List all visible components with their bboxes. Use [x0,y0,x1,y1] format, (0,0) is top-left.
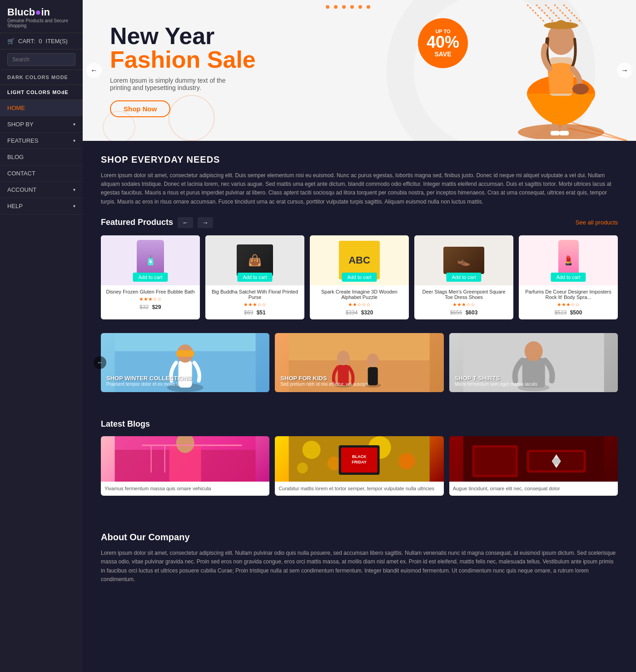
blog-image-1 [101,436,269,482]
see-all-link[interactable]: See all products [576,219,618,226]
sidebar-item-help-label: HELP [7,203,23,209]
products-grid: 🧴 Add to cart Disney Frozen Gluten Free … [101,235,618,319]
blog-text-2: Curabitur mattis lorem et tortor semper,… [278,485,440,492]
svg-point-12 [367,5,370,9]
product-stars-2: ★★★☆☆ [209,302,301,308]
shop-description: Lorem ipsum dolor sit amet, consectetur … [101,171,618,206]
sidebar-item-contact[interactable]: CONTACT [0,165,83,182]
shop-section: SHOP EVERYDAY NEEDS Lorem ipsum dolor si… [83,141,636,419]
dark-mode-button[interactable]: DARK COLORS MODE [0,70,83,85]
chevron-down-icon: ▾ [73,138,75,143]
sale-price-4: $603 [466,309,478,316]
chevron-down-icon: ▾ [73,187,75,192]
category-card-winter[interactable]: SHOP WINTER COLLECTIONS Praesent tempor … [101,333,269,392]
svg-point-52 [303,441,321,459]
product-price-2: $69 $51 [209,309,301,316]
svg-rect-20 [560,131,569,135]
product-image-5: 💄 Add to cart [519,235,618,285]
category-card-kids[interactable]: SHOP FOR KIDS Sed pretium nibh id nisi e… [275,333,443,392]
sale-price-2: $51 [257,309,266,316]
sidebar-cart[interactable]: 🛒 CART: 0 ITEM(S) [0,33,83,50]
sidebar-item-features-label: FEATURES [7,137,38,144]
logo-title: Blucb●in [7,6,75,18]
hero-badge-percent: 40% [427,34,459,50]
cart-count: 0 [39,38,42,45]
product-info-2: Big Buddha Satchel With Floral Printed P… [205,285,304,319]
blog-card-2[interactable]: BLACK FRIDAY Curabitur mattis lorem et t… [275,436,443,496]
add-to-cart-button-1[interactable]: Add to cart [133,273,168,282]
product-card-4: 👞 Add to cart Deer Stags Men's Greenpoin… [414,235,513,319]
product-info-4: Deer Stags Men's Greenpoint Square Toe D… [414,285,513,319]
sidebar-search-container [0,50,83,70]
about-text: Lorem ipsum dolor sit amet, consectetur … [101,549,618,584]
hero-prev-button[interactable]: ← [86,63,102,78]
product-info-1: Disney Frozen Gluten Free Bubble Bath ★★… [101,285,200,314]
sidebar-item-account[interactable]: ACCOUNT ▾ [0,182,83,198]
sale-price-5: $500 [570,309,582,316]
sidebar-item-blog[interactable]: BLOG [0,149,83,165]
svg-point-9 [342,5,346,9]
category-card-tshirts[interactable]: SHOP T-SHIRTS Morbi fermentum sem eget m… [449,333,618,392]
sidebar: Blucb●in Genuine Products and Secure Sho… [0,0,83,593]
sidebar-item-shop-by[interactable]: SHOP BY ▾ [0,116,83,133]
product-price-1: $32 $29 [104,304,196,310]
original-price-2: $69 [244,309,253,316]
category-prev-button[interactable]: ← [94,356,106,369]
category-label-kids: SHOP FOR KIDS Sed pretium nibh id nisi e… [280,375,368,387]
blog-card-3[interactable]: Augue tincidunt, ornare elit nec, conseq… [449,436,618,496]
search-input[interactable] [7,53,75,66]
category-title-winter: SHOP WINTER COLLECTIONS [106,375,192,382]
featured-next-button[interactable]: → [198,217,213,228]
svg-text:BLACK: BLACK [352,454,367,459]
blog-svg-3 [449,436,618,482]
sale-price-1: $29 [152,304,161,310]
sidebar-item-home[interactable]: HOME [0,100,83,116]
product-card-5: 💄 Add to cart Parfums De Coeur Designer … [519,235,618,319]
cart-label: CART: [18,38,35,45]
product-info-5: Parfums De Coeur Designer Imposters Rock… [519,285,618,319]
shop-section-title: SHOP EVERYDAY NEEDS [101,154,618,165]
sidebar-item-contact-label: CONTACT [7,170,35,177]
light-mode-button[interactable]: LIGHT COLORS MOdE [0,85,83,100]
original-price-4: $656 [450,309,462,316]
svg-point-67 [552,458,560,465]
svg-point-10 [350,5,354,9]
hero-woman-svg [513,3,609,139]
cart-items-label: ITEM(S) [46,38,68,45]
hero-banner: ← New Year Fashion Sale Lorem Ipsum is s… [83,0,636,141]
blog-svg-2: BLACK FRIDAY [275,436,443,482]
svg-point-56 [297,463,308,473]
product-image-3: ABC Add to cart [310,235,409,285]
category-subtitle-tshirts: Morbi fermentum sem eget massa iaculis [455,382,537,387]
cart-icon: 🛒 [7,38,15,45]
product-image-4: 👞 Add to cart [414,235,513,285]
product-image-1: 🧴 Add to cart [101,235,200,285]
blog-image-3 [449,436,618,482]
category-title-tshirts: SHOP T-SHIRTS [455,375,537,382]
hero-title-line1: New Year [110,24,256,48]
sidebar-item-features[interactable]: FEATURES ▾ [0,133,83,149]
main-content: ← New Year Fashion Sale Lorem Ipsum is s… [83,0,636,593]
blog-svg-1 [101,436,269,482]
featured-prev-button[interactable]: ← [178,217,193,228]
logo-dot: ● [35,6,41,18]
add-to-cart-button-3[interactable]: Add to cart [342,273,377,282]
product-stars-4: ★★★☆☆ [418,302,510,308]
product-image-2: 👜 Add to cart [205,235,304,285]
add-to-cart-button-4[interactable]: Add to cart [446,273,481,282]
sidebar-nav: HOME SHOP BY ▾ FEATURES ▾ BLOG CONTACT A… [0,100,83,593]
add-to-cart-button-5[interactable]: Add to cart [551,273,586,282]
product-stars-5: ★★★☆☆ [522,302,614,308]
product-card-2: 👜 Add to cart Big Buddha Satchel With Fl… [205,235,304,319]
svg-rect-63 [474,448,515,475]
hero-next-button[interactable]: → [617,63,632,78]
shop-now-button[interactable]: Shop Now [110,100,170,117]
add-to-cart-button-2[interactable]: Add to cart [237,273,272,282]
blog-card-1[interactable]: Yivamus fermentum massa quis ornare vehi… [101,436,269,496]
sidebar-item-help[interactable]: HELP ▾ [0,198,83,214]
product-price-3: $334 $320 [313,309,405,316]
product-name-1: Disney Frozen Gluten Free Bubble Bath [104,289,196,294]
category-subtitle-winter: Praesent tempor dolor et ex mollis laore… [106,382,192,387]
blogs-grid: Yivamus fermentum massa quis ornare vehi… [101,436,618,496]
category-subtitle-kids: Sed pretium nibh id nisi efficitur, vel … [280,382,368,387]
